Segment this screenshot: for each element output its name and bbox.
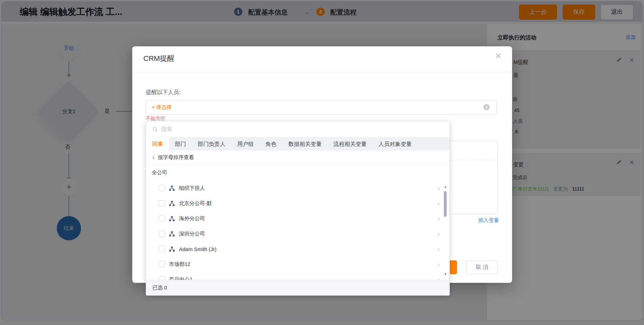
tab-person-variables[interactable]: 人员对象变量	[373, 138, 418, 150]
picker-tabs: 同事 部门 部门负责人 用户组 角色 数据相关变量 流程相关变量 人员对象变量	[146, 138, 449, 150]
checkbox[interactable]	[159, 185, 165, 191]
tab-process-variables[interactable]: 流程相关变量	[328, 138, 373, 150]
chevron-right-icon[interactable]: ›	[437, 184, 440, 192]
checkbox[interactable]	[159, 215, 165, 222]
list-item[interactable]: 市场部12 ›	[146, 257, 449, 272]
tab-colleagues[interactable]: 同事	[146, 138, 169, 150]
select-placeholder: + 请选择	[152, 100, 172, 114]
org-icon	[169, 246, 175, 252]
chevron-right-icon[interactable]: ›	[437, 215, 440, 223]
org-icon	[169, 216, 175, 222]
checkbox[interactable]	[159, 200, 165, 206]
dialog-title: CRM提醒	[143, 54, 175, 63]
close-icon[interactable]: ✕	[495, 51, 502, 61]
org-icon	[169, 201, 175, 206]
tab-roles[interactable]: 角色	[260, 138, 283, 150]
cancel-button[interactable]: 取 消	[466, 260, 498, 274]
tab-user-groups[interactable]: 用户组	[231, 138, 260, 150]
recipients-field-label: 提醒以下人员:	[146, 89, 180, 96]
chevron-left-icon: ‹	[152, 154, 155, 160]
scrollbar-up-icon[interactable]: ▲	[444, 185, 447, 188]
checkbox[interactable]	[159, 231, 165, 237]
list-item[interactable]: Adam Smith (Jr) ›	[146, 241, 449, 257]
search-icon	[152, 127, 158, 132]
checkbox[interactable]	[159, 261, 165, 267]
chevron-right-icon[interactable]: ›	[437, 230, 440, 238]
list-item[interactable]: 北京分公司-默 ›	[146, 196, 449, 211]
dialog-divider	[132, 72, 512, 72]
member-picker-dropdown: 搜索 同事 部门 部门负责人 用户组 角色 数据相关变量 流程相关变量 人员对象…	[146, 121, 450, 296]
list-item[interactable]: 产品中心1 ›	[146, 272, 449, 280]
insert-variable-link[interactable]: 插入变量	[478, 217, 499, 224]
list-item[interactable]: 海外分公司 ›	[146, 211, 449, 226]
list-item[interactable]: 组织下挂人 ›	[146, 180, 449, 196]
search-input[interactable]: 搜索	[146, 121, 449, 138]
alpha-sort-link[interactable]: ‹ 按字母排序查看	[146, 150, 449, 165]
member-list: 组织下挂人 › 北京分公司-默 › 海外分公司 › 深圳分公司 › Adam S…	[146, 180, 449, 280]
chevron-right-icon[interactable]: ›	[437, 260, 440, 268]
scrollbar-down-icon[interactable]: ▼	[444, 272, 447, 276]
org-icon	[169, 231, 175, 237]
org-icon	[169, 185, 175, 191]
recipients-select[interactable]: + 请选择 ✕	[146, 100, 497, 114]
tab-departments[interactable]: 部门	[169, 138, 192, 150]
scrollbar-thumb[interactable]	[444, 191, 447, 217]
chevron-right-icon[interactable]: ›	[437, 199, 440, 207]
list-item[interactable]: 深圳分公司 ›	[146, 226, 449, 241]
tab-data-variables[interactable]: 数据相关变量	[283, 138, 328, 150]
chevron-right-icon[interactable]: ›	[437, 245, 440, 253]
search-placeholder: 搜索	[161, 126, 172, 133]
tab-department-heads[interactable]: 部门负责人	[192, 138, 231, 150]
clear-icon[interactable]: ✕	[483, 104, 490, 110]
checkbox[interactable]	[159, 246, 165, 252]
selected-count: 已选 0	[146, 280, 449, 295]
group-label: 全公司	[146, 165, 449, 180]
